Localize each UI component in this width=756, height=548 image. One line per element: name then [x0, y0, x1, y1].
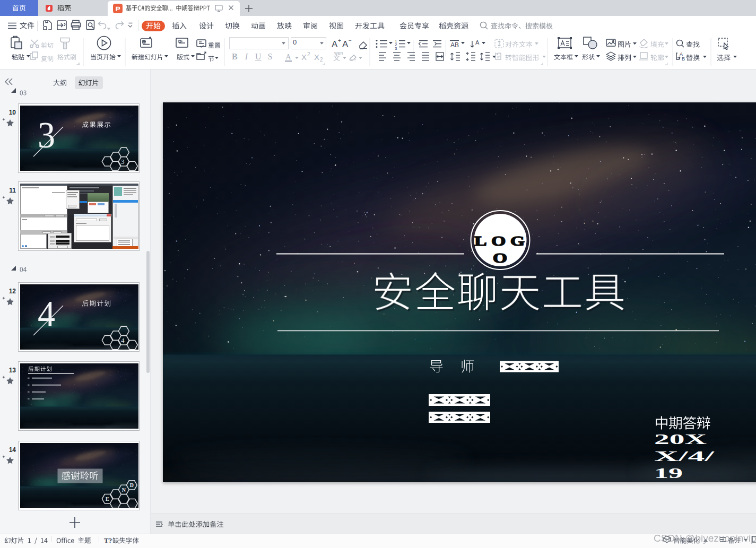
svg-text:N: N: [122, 487, 126, 493]
svg-text:D: D: [130, 482, 134, 488]
svg-text:3: 3: [121, 158, 125, 166]
svg-text:E: E: [106, 496, 109, 502]
svg-text:4: 4: [121, 336, 125, 344]
